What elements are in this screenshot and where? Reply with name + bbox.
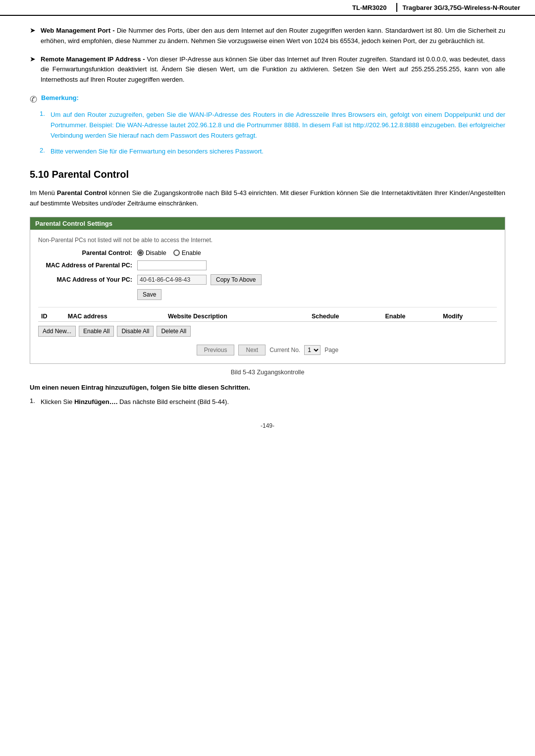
- pc-parent-mac-input[interactable]: [137, 260, 207, 270]
- header-model: TL-MR3020: [352, 4, 386, 11]
- figure-caption: Bild 5-43 Zugangskontrolle: [30, 369, 505, 376]
- note-item-2: 2. Bitte verwenden Sie für die Fernwartu…: [40, 147, 505, 157]
- col-modify: Modify: [440, 311, 497, 322]
- page-container: TL-MR3020 Tragbarer 3G/3,75G-Wireless-N-…: [0, 0, 535, 756]
- pc-disable-option[interactable]: Disable: [137, 250, 166, 256]
- parental-control-box: Parental Control Settings Non-Parental P…: [30, 217, 505, 364]
- bullet-label-2: Remote Management IP Address -: [41, 55, 145, 63]
- pc-table-section: ID MAC address Website Description Sched…: [38, 307, 497, 358]
- current-no-label: Current No.: [269, 347, 300, 353]
- table-header-row: ID MAC address Website Description Sched…: [38, 311, 497, 322]
- page-header: TL-MR3020 Tragbarer 3G/3,75G-Wireless-N-…: [0, 0, 535, 16]
- disable-radio-icon[interactable]: [137, 250, 144, 256]
- save-button[interactable]: Save: [137, 289, 161, 300]
- page-select[interactable]: 1: [304, 345, 321, 355]
- pc-table: ID MAC address Website Description Sched…: [38, 311, 497, 322]
- pc-save-row: Save: [137, 289, 497, 300]
- pc-your-mac-input[interactable]: [137, 275, 207, 285]
- note-icon: ✆: [30, 94, 37, 105]
- pc-notice: Non-Parental PCs not listed will not be …: [38, 237, 497, 244]
- next-button[interactable]: Next: [238, 345, 266, 355]
- pc-box-body: Non-Parental PCs not listed will not be …: [30, 230, 505, 363]
- bullet-text-2: Remote Management IP Address - Von diese…: [41, 54, 505, 85]
- pc-parent-mac-label: MAC Address of Parental PC:: [38, 262, 137, 269]
- col-enable: Enable: [382, 311, 440, 322]
- pc-control-row: Parental Control: Disable Enable: [38, 250, 497, 256]
- note-num-1: 1.: [40, 110, 51, 117]
- section-bold: Parental Control: [57, 189, 107, 197]
- step-num-1: 1.: [30, 397, 41, 404]
- pc-control-label: Parental Control:: [38, 250, 137, 256]
- col-id: ID: [38, 311, 65, 322]
- bullet-arrow-2: ➤: [30, 55, 36, 63]
- main-content: ➤ Web Management Port - Die Nummer des P…: [0, 26, 535, 449]
- page-number: -149-: [30, 422, 505, 429]
- previous-button[interactable]: Previous: [197, 345, 235, 355]
- note-text-2: Bitte verwenden Sie für die Fernwartung …: [51, 147, 264, 157]
- col-mac: MAC address: [65, 311, 165, 322]
- pc-your-mac-label: MAC Address of Your PC:: [38, 276, 137, 283]
- col-website: Website Description: [165, 311, 309, 322]
- header-title: Tragbarer 3G/3,75G-Wireless-N-Router: [402, 4, 520, 11]
- pc-enable-label: Enable: [182, 250, 201, 256]
- copy-to-above-button[interactable]: Copy To Above: [211, 274, 262, 285]
- note-num-2: 2.: [40, 147, 51, 154]
- bullet-arrow-1: ➤: [30, 26, 36, 34]
- note-label: Bemerkung:: [41, 94, 79, 101]
- delete-all-button[interactable]: Delete All: [157, 326, 191, 337]
- pc-radio-group: Disable Enable: [137, 250, 201, 256]
- note-item-1: 1. Um auf den Router zuzugreifen, geben …: [40, 110, 505, 141]
- page-label: Page: [324, 347, 338, 353]
- bullet-label-1: Web Management Port -: [41, 27, 114, 34]
- section-heading: 5.10 Parental Control: [30, 169, 505, 180]
- header-divider: [396, 3, 397, 12]
- step-intro: Um einen neuen Eintrag hinzuzufügen, fol…: [30, 384, 505, 391]
- bullet-item-1: ➤ Web Management Port - Die Nummer des P…: [30, 26, 505, 47]
- pc-disable-label: Disable: [146, 250, 166, 256]
- disable-all-button[interactable]: Disable All: [117, 326, 154, 337]
- bullet-section: ➤ Web Management Port - Die Nummer des P…: [30, 26, 505, 85]
- pc-your-mac-row: MAC Address of Your PC: Copy To Above: [38, 274, 497, 285]
- enable-radio-icon[interactable]: [173, 250, 180, 256]
- enable-all-button[interactable]: Enable All: [79, 326, 114, 337]
- pc-box-header: Parental Control Settings: [30, 217, 505, 230]
- note-text-1: Um auf den Router zuzugreifen, geben Sie…: [51, 110, 505, 141]
- note-list: 1. Um auf den Router zuzugreifen, geben …: [40, 110, 505, 157]
- step-item-1: 1. Klicken Sie Hinzufügen…. Das nächste …: [30, 397, 505, 407]
- section-intro: Im Menü Parental Control können Sie die …: [30, 188, 505, 209]
- pc-pagination: Previous Next Current No. 1 Page: [38, 342, 497, 358]
- pc-action-buttons: Add New... Enable All Disable All Delete…: [38, 326, 497, 337]
- col-schedule: Schedule: [309, 311, 382, 322]
- bullet-item-2: ➤ Remote Management IP Address - Von die…: [30, 54, 505, 85]
- disable-radio-dot: [139, 251, 142, 254]
- pc-enable-option[interactable]: Enable: [173, 250, 201, 256]
- step-text-1: Klicken Sie Hinzufügen…. Das nächste Bil…: [41, 397, 229, 407]
- note-section: ✆ Bemerkung:: [30, 94, 505, 105]
- step-bold-word: Hinzufügen….: [74, 398, 117, 405]
- pc-mac-input-group: Copy To Above: [137, 274, 262, 285]
- bullet-text-1: Web Management Port - Die Nummer des Por…: [41, 26, 505, 47]
- add-new-button[interactable]: Add New...: [38, 326, 76, 337]
- pc-parent-mac-row: MAC Address of Parental PC:: [38, 260, 497, 270]
